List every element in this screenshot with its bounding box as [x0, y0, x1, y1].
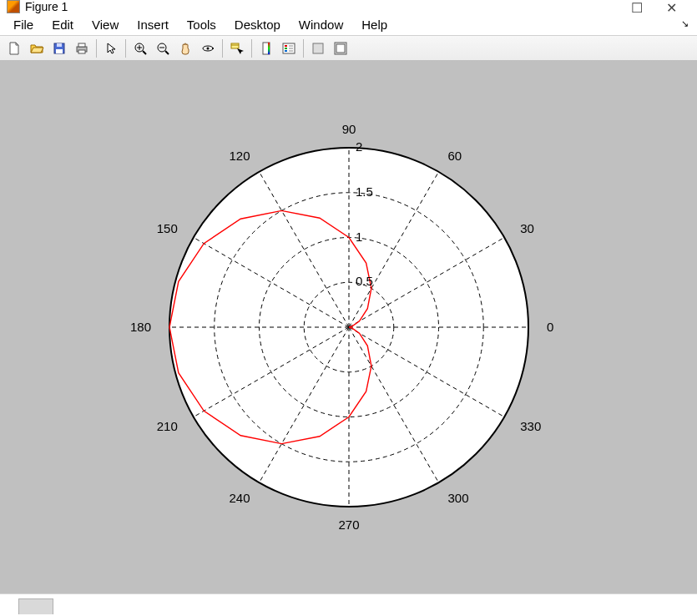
menu-view[interactable]: View [83, 16, 127, 33]
svg-rect-1 [57, 43, 62, 47]
toolbar-separator [96, 39, 97, 58]
toolbar-separator [222, 39, 223, 58]
data-cursor-icon[interactable] [226, 38, 248, 59]
menu-desktop[interactable]: Desktop [226, 16, 289, 33]
dock-tab[interactable] [18, 598, 53, 614]
svg-line-7 [143, 51, 146, 54]
theta-tick-label: 270 [338, 518, 359, 532]
svg-rect-2 [56, 49, 63, 53]
menu-overflow-icon[interactable]: ↘ [681, 18, 689, 29]
link-axes-icon[interactable] [307, 38, 329, 59]
menu-edit[interactable]: Edit [43, 16, 82, 33]
toolbar-separator [125, 39, 126, 58]
pan-hand-icon[interactable] [174, 38, 196, 59]
theta-tick-label: 300 [447, 491, 468, 505]
theta-tick-label: 120 [229, 149, 250, 163]
menu-help[interactable]: Help [353, 16, 396, 33]
svg-rect-4 [78, 43, 85, 47]
theta-tick-label: 240 [229, 491, 250, 505]
dock-strip [0, 593, 697, 616]
menu-window[interactable]: Window [290, 16, 351, 33]
menu-tools[interactable]: Tools [179, 16, 225, 33]
app-icon [7, 0, 20, 13]
save-icon[interactable] [48, 38, 70, 59]
svg-rect-28 [336, 44, 345, 53]
title-bar: Figure 1 ☐ ✕ [0, 0, 697, 13]
theta-tick-label: 210 [156, 419, 177, 433]
window-title: Figure 1 [25, 0, 68, 13]
r-tick-label: 2 [356, 139, 362, 154]
figure-window: Figure 1 ☐ ✕ File Edit View Insert Tools… [0, 0, 697, 616]
theta-tick-label: 0 [547, 320, 553, 334]
r-tick-label: 1 [356, 230, 362, 244]
svg-rect-18 [268, 43, 270, 54]
zoom-in-icon[interactable] [129, 38, 151, 59]
theta-tick-label: 90 [341, 122, 356, 136]
svg-rect-26 [313, 43, 323, 53]
menu-file[interactable]: File [5, 16, 42, 33]
toolbar [0, 35, 697, 62]
theta-tick-label: 60 [447, 149, 462, 163]
theta-tick-label: 180 [129, 320, 150, 334]
new-file-icon[interactable] [3, 38, 25, 59]
zoom-out-icon[interactable] [152, 38, 174, 59]
polar-axes: 03060901201501802102402703003300.511.52 [115, 93, 583, 561]
theta-tick-label: 330 [520, 419, 541, 433]
theta-tick-label: 150 [156, 221, 177, 235]
print-icon[interactable] [71, 38, 93, 59]
theta-tick-label: 30 [520, 221, 534, 235]
colorbar-icon[interactable] [255, 38, 277, 59]
svg-rect-5 [78, 50, 85, 53]
toolbar-separator [251, 39, 252, 58]
subplot-icon[interactable] [330, 38, 351, 59]
svg-rect-15 [231, 43, 239, 48]
r-tick-label: 0.5 [356, 274, 373, 288]
menu-bar: File Edit View Insert Tools Desktop Wind… [0, 13, 697, 35]
menu-insert[interactable]: Insert [129, 16, 177, 33]
svg-point-14 [207, 48, 210, 50]
legend-icon[interactable] [278, 38, 300, 59]
r-tick-label: 1.5 [356, 184, 373, 199]
svg-line-11 [165, 51, 169, 54]
rotate-3d-icon[interactable] [197, 38, 219, 59]
toolbar-separator [303, 39, 304, 58]
open-folder-icon[interactable] [26, 38, 48, 59]
figure-canvas[interactable]: 03060901201501802102402703003300.511.52 [0, 60, 697, 594]
pointer-icon[interactable] [100, 38, 122, 59]
